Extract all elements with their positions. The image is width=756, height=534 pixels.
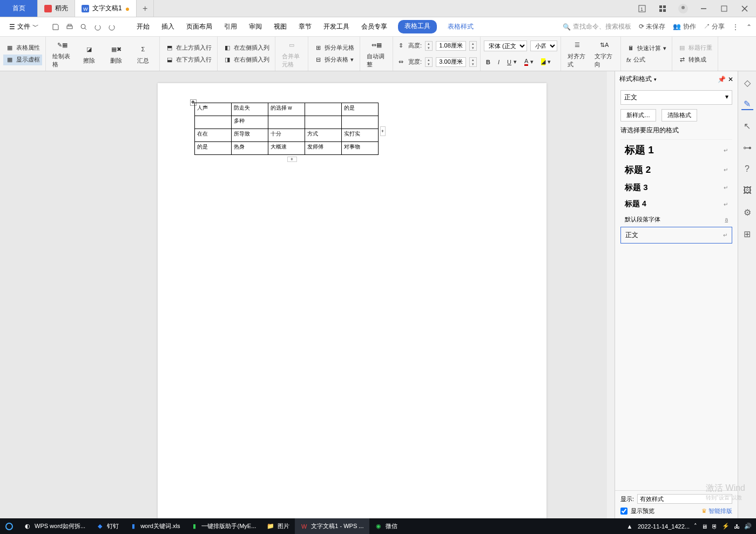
menu-table-style[interactable]: 表格样式	[447, 20, 475, 33]
width-input[interactable]	[436, 57, 466, 67]
smart-layout-link[interactable]: ♛ 智能排版	[701, 507, 732, 515]
eraser-button[interactable]: ◪擦除	[76, 38, 102, 70]
style-item-h2[interactable]: 标题 2↵	[620, 160, 732, 179]
tab-home[interactable]: 首页	[0, 0, 38, 17]
preview-icon[interactable]	[77, 21, 90, 33]
tray-monitor-icon[interactable]: 🖥	[701, 523, 707, 530]
tray-app-icon[interactable]: ▲	[626, 523, 633, 530]
menu-view[interactable]: 视图	[273, 20, 288, 33]
rail-diamond-icon[interactable]: ◇	[741, 77, 753, 89]
merge-cells-button[interactable]: ▭合并单元格	[279, 38, 305, 70]
pin-icon[interactable]: 📌	[718, 76, 726, 83]
vertical-scrollbar[interactable]	[607, 71, 615, 518]
summary-button[interactable]: Σ汇总	[130, 38, 156, 70]
undo-icon[interactable]	[91, 21, 104, 33]
preview-checkbox[interactable]	[620, 508, 627, 515]
print-icon[interactable]	[63, 21, 76, 33]
tab-add[interactable]: +	[137, 0, 154, 17]
tray-network-icon[interactable]: 🖧	[734, 523, 740, 530]
rail-settings-icon[interactable]: ⊶	[741, 141, 753, 153]
table-properties-button[interactable]: ▦表格属性	[3, 43, 42, 53]
delete-button[interactable]: ▦✖删除	[103, 38, 129, 70]
align-button[interactable]: ☰对齐方式	[564, 38, 590, 70]
task-item[interactable]: ◉微信	[369, 518, 403, 534]
height-spinner-down[interactable]: ▴▾	[425, 41, 433, 51]
draw-table-button[interactable]: ✎▦绘制表格	[49, 38, 75, 70]
height-input[interactable]	[436, 41, 466, 51]
style-item-h4[interactable]: 标题 4↵	[620, 196, 732, 212]
insert-row-above-button[interactable]: ⬒在上方插入行	[163, 43, 214, 53]
menu-devtools[interactable]: 开发工具	[322, 20, 350, 33]
layout-icon[interactable]: 1	[635, 2, 649, 16]
more-icon[interactable]: ⋮	[732, 23, 739, 31]
maximize-button[interactable]	[717, 2, 731, 16]
text-direction-button[interactable]: ⇅A文字方向	[591, 38, 617, 70]
style-item-default-font[interactable]: 默认段落字体a	[620, 212, 732, 227]
start-button[interactable]	[0, 518, 18, 534]
clear-format-button[interactable]: 清除格式	[662, 109, 697, 121]
expand-icon[interactable]: ⌃	[746, 23, 752, 31]
tray-battery-icon[interactable]: ⚡	[722, 523, 730, 530]
tray-volume-icon[interactable]: 🔊	[744, 523, 752, 530]
redo-icon[interactable]	[105, 21, 118, 33]
style-item-body[interactable]: 正文↵	[620, 227, 732, 244]
menu-references[interactable]: 引用	[223, 20, 238, 33]
table-add-row-button[interactable]: +	[287, 157, 297, 162]
menu-layout[interactable]: 页面布局	[185, 20, 213, 33]
save-icon[interactable]	[49, 21, 62, 33]
insert-col-left-button[interactable]: ◧在左侧插入列	[221, 43, 272, 53]
font-family-select[interactable]: 宋体 (正文)	[484, 40, 527, 51]
task-item[interactable]: 📁图片	[261, 518, 295, 534]
menu-review[interactable]: 审阅	[248, 20, 263, 33]
close-icon[interactable]: ✕	[728, 76, 733, 83]
split-table-button[interactable]: ⊟拆分表格 ▾	[312, 55, 356, 65]
menu-table-tools[interactable]: 表格工具	[398, 20, 437, 33]
convert-button[interactable]: ⇄转换成	[676, 55, 714, 65]
tray-up-icon[interactable]: ˄	[694, 523, 697, 530]
rail-image-icon[interactable]: 🖼	[741, 185, 753, 197]
current-style-select[interactable]: 正文 ▾	[620, 90, 732, 105]
height-spinner-up[interactable]: ▴▾	[469, 41, 477, 51]
rail-help-icon[interactable]: ?	[741, 163, 753, 175]
insert-col-right-button[interactable]: ◨在右侧插入列	[221, 55, 272, 65]
tray-shield-icon[interactable]: ⛨	[712, 523, 718, 530]
task-item[interactable]: ◆钉钉	[91, 518, 124, 534]
tab-document[interactable]: W 文字文稿1 ●	[75, 0, 137, 17]
bold-button[interactable]: B	[484, 58, 492, 66]
rail-gear-icon[interactable]: ⚙	[741, 206, 753, 218]
rail-tools-icon[interactable]: ⊞	[741, 228, 753, 240]
document-table[interactable]: 人声防走失的选择 w的是 多种 在在所导致十分方式实打实 的是热身大概速发师傅对…	[194, 103, 379, 155]
command-search[interactable]: 🔍 查找命令、搜索模板	[563, 22, 631, 31]
task-item[interactable]: ◐WPS word如何拆...	[18, 518, 91, 534]
file-menu[interactable]: ☰ 文件 ﹀	[4, 19, 44, 34]
show-frame-button[interactable]: ▦显示虚框	[3, 55, 42, 65]
italic-button[interactable]: I	[496, 58, 502, 66]
menu-insert[interactable]: 插入	[160, 20, 176, 33]
chevron-down-icon[interactable]: ▾	[654, 77, 657, 82]
quick-calc-button[interactable]: 🖩快速计算▾	[624, 43, 669, 53]
share-button[interactable]: ↗ 分享	[704, 22, 725, 31]
document-canvas[interactable]: ✥ 人声防走失的选择 w的是 多种 在在所导致十分方式实打实 的是热身大概速发师…	[0, 71, 704, 518]
font-color-button[interactable]: A▾	[522, 57, 536, 67]
table-add-col-button[interactable]: +	[380, 126, 386, 136]
task-item[interactable]: ▮一键排版助手(MyE...	[185, 518, 261, 534]
close-button[interactable]	[738, 2, 752, 16]
insert-row-below-button[interactable]: ⬓在下方插入行	[163, 55, 214, 65]
task-item[interactable]: ▮word关键词.xls	[124, 518, 185, 534]
autofit-button[interactable]: ⇔▦自动调整	[363, 38, 389, 70]
width-spinner-up[interactable]: ▴▾	[469, 57, 477, 67]
width-spinner-down[interactable]: ▴▾	[425, 57, 433, 67]
style-item-h3[interactable]: 标题 3↵	[620, 179, 732, 196]
grid-icon[interactable]	[656, 2, 670, 16]
avatar-icon[interactable]	[676, 2, 690, 16]
title-row-button[interactable]: ▤标题行重	[676, 43, 714, 53]
highlight-button[interactable]: ◢▾	[539, 57, 553, 66]
minimize-button[interactable]	[697, 2, 711, 16]
rail-cursor-icon[interactable]: ↖	[741, 120, 753, 132]
show-filter-input[interactable]	[637, 494, 732, 504]
split-cell-button[interactable]: ⊞拆分单元格	[312, 43, 356, 53]
menu-start[interactable]: 开始	[136, 20, 151, 33]
unsaved-indicator[interactable]: ⟳ 未保存	[639, 22, 665, 31]
collab-button[interactable]: 👥 协作	[673, 22, 696, 31]
tab-daoke[interactable]: 稻壳	[38, 0, 75, 17]
